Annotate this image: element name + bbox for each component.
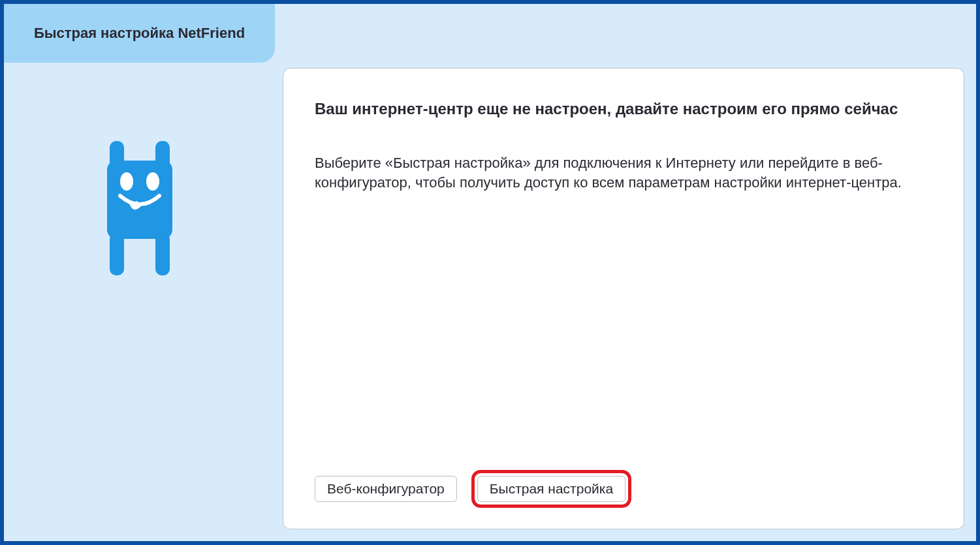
header-filler <box>275 4 976 63</box>
page-title: Ваш интернет-центр еще не настроен, дава… <box>315 100 932 118</box>
header-row: Быстрая настройка NetFriend <box>4 4 976 63</box>
page-description: Выберите «Быстрая настройка» для подключ… <box>315 153 932 192</box>
tab-quick-setup[interactable]: Быстрая настройка NetFriend <box>4 4 275 63</box>
svg-point-4 <box>146 172 159 191</box>
web-configurator-button[interactable]: Веб-конфигуратор <box>315 476 457 502</box>
sidebar <box>4 63 275 541</box>
quick-setup-highlight: Быстрая настройка <box>471 470 631 508</box>
app-window: Быстрая настройка NetFriend <box>0 0 980 545</box>
body-row: Ваш интернет-центр еще не настроен, дава… <box>4 63 976 541</box>
content-wrap: Ваш интернет-центр еще не настроен, дава… <box>275 63 976 541</box>
button-row: Веб-конфигуратор Быстрая настройка <box>315 470 932 513</box>
quick-setup-button[interactable]: Быстрая настройка <box>477 476 625 502</box>
tab-title: Быстрая настройка NetFriend <box>34 25 245 42</box>
content-card: Ваш интернет-центр еще не настроен, дава… <box>283 68 964 529</box>
content-spacer <box>315 192 932 469</box>
svg-rect-6 <box>155 232 170 275</box>
svg-rect-2 <box>107 161 172 239</box>
svg-point-3 <box>120 172 133 191</box>
netfriend-mascot-icon <box>101 141 179 278</box>
svg-rect-5 <box>110 232 124 275</box>
